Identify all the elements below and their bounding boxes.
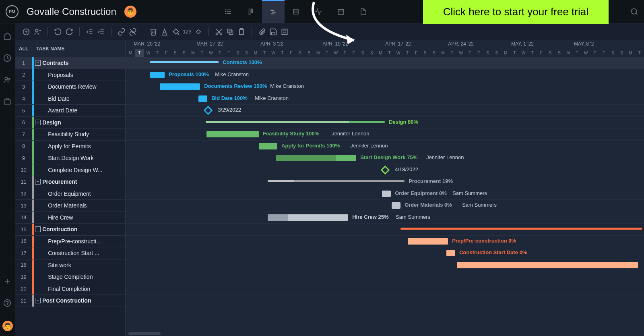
task-row[interactable]: 4Bid Date: [15, 93, 125, 105]
column-all[interactable]: ALL: [15, 40, 32, 57]
team-icon[interactable]: [3, 76, 12, 85]
sheet-view-icon[interactable]: [285, 0, 307, 23]
gantt-row[interactable]: Order Materials 0%Sam Summers: [126, 200, 644, 212]
app-logo[interactable]: PM: [6, 5, 19, 18]
collapse-icon[interactable]: −: [35, 120, 41, 125]
task-row[interactable]: 16Prep/Pre-constructi...: [15, 236, 125, 248]
milestone-icon[interactable]: [194, 27, 203, 36]
gantt-bar[interactable]: [392, 202, 400, 209]
paste-icon[interactable]: [237, 27, 246, 36]
gantt-bar[interactable]: [206, 131, 259, 137]
search-icon[interactable]: [630, 8, 638, 16]
collapse-icon[interactable]: −: [35, 298, 41, 303]
gantt-bar[interactable]: [206, 121, 385, 123]
gantt-bar[interactable]: [400, 228, 642, 230]
user-avatar-small[interactable]: 👨: [2, 321, 13, 331]
outdent-icon[interactable]: [85, 27, 94, 36]
gantt-row[interactable]: 3/29/2022: [126, 105, 644, 117]
fill-icon[interactable]: [171, 27, 180, 36]
add-task-icon[interactable]: [22, 27, 31, 36]
column-task-name[interactable]: TASK NAME: [32, 46, 64, 52]
gantt-row[interactable]: 4/18/2022: [126, 164, 644, 176]
gantt-row[interactable]: Documents Review 100%Mike Cranston: [126, 81, 644, 93]
gantt-bar[interactable]: [457, 262, 638, 268]
task-row[interactable]: 2Proposals: [15, 69, 125, 81]
horizontal-scrollbar[interactable]: [128, 332, 161, 335]
link-icon[interactable]: [117, 27, 126, 36]
delete-icon[interactable]: [149, 27, 158, 36]
gantt-bar[interactable]: [268, 214, 348, 221]
indent-icon[interactable]: [97, 27, 105, 36]
task-row[interactable]: 14Hire Crew: [15, 212, 125, 224]
list-view-icon[interactable]: [217, 0, 239, 23]
gantt-bar[interactable]: [160, 83, 200, 90]
task-row[interactable]: 17Construction Start ...: [15, 247, 125, 259]
task-row[interactable]: 15−Construction: [15, 224, 125, 236]
gantt-bar[interactable]: [382, 191, 391, 197]
task-row[interactable]: 12Order Equipment: [15, 188, 125, 200]
help-icon[interactable]: [3, 299, 12, 308]
collapse-icon[interactable]: −: [35, 226, 41, 232]
attachment-icon[interactable]: [258, 27, 266, 36]
gantt-bar[interactable]: [408, 238, 448, 245]
gantt-row[interactable]: Procurement 19%: [126, 176, 644, 188]
gantt-bar[interactable]: [150, 72, 165, 78]
gantt-view-icon[interactable]: [262, 0, 285, 23]
board-view-icon[interactable]: [239, 0, 262, 23]
cut-icon[interactable]: [215, 27, 223, 36]
task-row[interactable]: 21−Post Construction: [15, 295, 125, 307]
task-row[interactable]: 9Start Design Work: [15, 152, 125, 164]
gantt-bar[interactable]: [268, 180, 405, 182]
user-avatar[interactable]: 👨: [124, 6, 136, 18]
gantt-row[interactable]: Prep/Pre-construction 0%: [126, 236, 644, 248]
gantt-row[interactable]: [126, 259, 644, 272]
gantt-row[interactable]: Apply for Permits 100%Jennifer Lennon: [126, 141, 644, 153]
task-row[interactable]: 3Documents Review: [15, 81, 125, 93]
gantt-milestone[interactable]: [381, 165, 390, 174]
collapse-icon[interactable]: −: [35, 60, 41, 66]
gantt-row[interactable]: Bid Date 100%Mike Cranston: [126, 93, 644, 105]
save-icon[interactable]: [269, 27, 278, 36]
activity-view-icon[interactable]: [307, 0, 330, 23]
collapse-icon[interactable]: −: [35, 179, 41, 185]
number-format-label[interactable]: 123: [183, 29, 192, 35]
gantt-row[interactable]: Design 80%: [126, 117, 644, 129]
text-format-icon[interactable]: [160, 27, 169, 36]
gantt-row[interactable]: Order Equipment 0%Sam Summers: [126, 188, 644, 200]
home-icon[interactable]: [3, 32, 12, 41]
task-row[interactable]: 11−Procurement: [15, 176, 125, 188]
gantt-row[interactable]: Hire Crew 25%Sam Summers: [126, 212, 644, 224]
gantt-bar[interactable]: [259, 143, 277, 149]
undo-icon[interactable]: [54, 27, 62, 36]
gantt-row[interactable]: Proposals 100%Mike Cranston: [126, 69, 644, 81]
gantt-row[interactable]: Feasibility Study 100%Jennifer Lennon: [126, 129, 644, 141]
task-row[interactable]: 5Award Date: [15, 105, 125, 117]
gantt-row[interactable]: Construction Start Date 0%: [126, 247, 644, 259]
task-row[interactable]: 19Stage Completion: [15, 271, 125, 283]
task-row[interactable]: 10Complete Design W...: [15, 164, 125, 176]
redo-icon[interactable]: [65, 27, 74, 36]
gantt-row[interactable]: [126, 295, 644, 307]
recent-icon[interactable]: [3, 54, 12, 63]
gantt-milestone[interactable]: [204, 106, 213, 115]
gantt-row[interactable]: [126, 283, 644, 295]
gantt-row[interactable]: Start Design Work 75%Jennifer Lennon: [126, 152, 644, 164]
task-row[interactable]: 20Final Completion: [15, 283, 125, 295]
gantt-bar[interactable]: [446, 250, 455, 256]
task-row[interactable]: 6−Design: [15, 117, 125, 129]
gantt-row[interactable]: Contracts 100%: [126, 57, 644, 69]
briefcase-icon[interactable]: [3, 97, 12, 106]
unlink-icon[interactable]: [128, 27, 137, 36]
gantt-bar[interactable]: [276, 155, 356, 161]
gantt-chart[interactable]: MAR, 20 '22MAR, 27 '22APR, 3 '22APR, 10 …: [126, 40, 644, 336]
note-icon[interactable]: [280, 27, 289, 36]
gantt-bar[interactable]: [198, 95, 207, 102]
assign-icon[interactable]: [33, 27, 42, 36]
task-row[interactable]: 8Apply for Permits: [15, 141, 125, 153]
files-view-icon[interactable]: [352, 0, 375, 23]
copy-icon[interactable]: [226, 27, 235, 36]
task-row[interactable]: 1−Contracts: [15, 57, 125, 69]
calendar-view-icon[interactable]: [330, 0, 352, 23]
gantt-row[interactable]: [126, 224, 644, 236]
task-row[interactable]: 18Site work: [15, 259, 125, 272]
